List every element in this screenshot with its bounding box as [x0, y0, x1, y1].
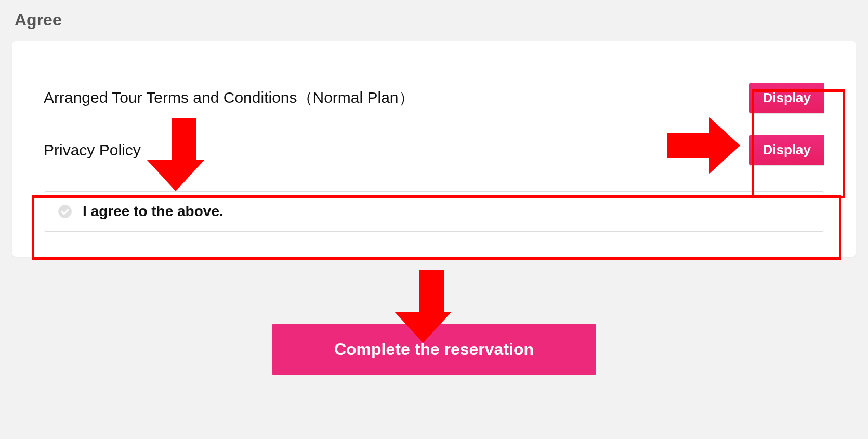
annotation-arrow-down-submit-icon: [411, 270, 452, 343]
annotation-arrow-down-icon: [163, 118, 204, 191]
terms-label: Arranged Tour Terms and Conditions（Norma…: [44, 87, 414, 109]
privacy-label: Privacy Policy: [44, 141, 141, 159]
annotation-arrow-right-icon: [667, 117, 740, 174]
annotation-rect-display-buttons: [752, 89, 845, 198]
terms-row: Arranged Tour Terms and Conditions（Norma…: [44, 72, 824, 124]
annotation-rect-agree: [32, 195, 841, 260]
section-title: Agree: [15, 10, 856, 30]
